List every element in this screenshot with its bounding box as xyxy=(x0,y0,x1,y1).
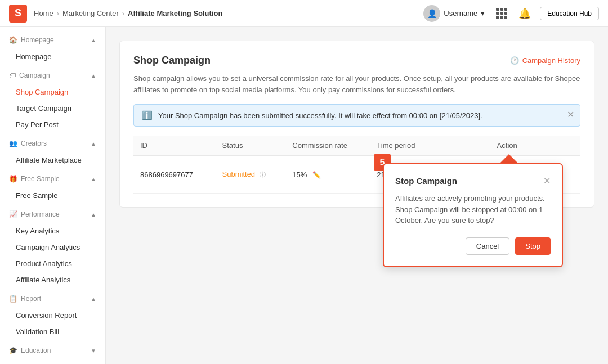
col-action: Action xyxy=(490,136,580,156)
sidebar-section-header-homepage[interactable]: 🏠Homepage ▲ xyxy=(0,32,105,48)
avatar: 👤 xyxy=(423,5,440,22)
username-label: Username xyxy=(444,9,477,17)
sidebar-section-header-creators[interactable]: 👥Creators ▲ xyxy=(0,135,105,152)
sidebar-section-homepage: 🏠Homepage ▲ Homepage xyxy=(0,32,105,65)
sidebar-item-homepage[interactable]: Homepage xyxy=(0,48,105,65)
sidebar-item-pay-per-post[interactable]: Pay Per Post xyxy=(0,116,105,133)
page-title: Shop Campaign xyxy=(133,55,211,66)
chevron-up-icon-free-sample: ▲ xyxy=(91,176,96,182)
sidebar-item-product-analytics[interactable]: Product Analytics xyxy=(0,255,105,272)
breadcrumb-current: Affiliate Marketing Solution xyxy=(128,9,222,17)
education-hub-button[interactable]: Education Hub xyxy=(540,7,599,20)
stop-campaign-dialog: Stop Campaign ✕ Affiliates are actively … xyxy=(383,163,563,267)
chevron-up-icon-performance: ▲ xyxy=(91,212,96,218)
status-badge: Submitted xyxy=(222,170,256,178)
sidebar-item-shop-campaign[interactable]: Shop Campaign xyxy=(0,84,105,100)
info-status-icon[interactable]: ⓘ xyxy=(260,171,266,178)
sidebar-item-conversion-report[interactable]: Conversion Report xyxy=(0,307,105,323)
sidebar: 🏠Homepage ▲ Homepage 🏷Campaign ▲ Shop Ca… xyxy=(0,27,106,364)
sidebar-section-creators: 👥Creators ▲ Affiliate Marketplace xyxy=(0,135,105,168)
sidebar-section-education: 🎓Education ▼ xyxy=(0,342,105,359)
col-status: Status xyxy=(216,136,286,156)
cancel-button[interactable]: Cancel xyxy=(466,237,509,255)
campaign-history-link[interactable]: 🕐 Campaign History xyxy=(510,56,580,65)
dialog-arrow xyxy=(500,154,518,163)
sidebar-section-report: 📋Report ▲ Conversion Report Validation B… xyxy=(0,290,105,340)
dialog-close-button[interactable]: ✕ xyxy=(543,176,551,186)
success-alert: ℹ️ Your Shop Campaign has been submitted… xyxy=(133,104,580,127)
chevron-down-icon-education: ▼ xyxy=(91,348,96,354)
sidebar-section-campaign: 🏷Campaign ▲ Shop Campaign Target Campaig… xyxy=(0,67,105,133)
stop-button[interactable]: Stop xyxy=(515,237,551,255)
cell-status: Submitted ⓘ xyxy=(216,156,286,194)
dialog-header: Stop Campaign ✕ xyxy=(395,176,551,186)
breadcrumb: Home › Marketing Center › Affiliate Mark… xyxy=(34,9,222,17)
sidebar-section-header-campaign[interactable]: 🏷Campaign ▲ xyxy=(0,67,105,84)
col-commission: Commission rate xyxy=(285,136,370,156)
sidebar-section-performance: 📈Performance ▲ Key Analytics Campaign An… xyxy=(0,206,105,288)
user-menu[interactable]: 👤 Username ▾ xyxy=(423,5,485,22)
sidebar-section-header-education[interactable]: 🎓Education ▼ xyxy=(0,342,105,359)
creators-section-icon: 👥 xyxy=(9,140,17,147)
alert-close-button[interactable]: ✕ xyxy=(567,109,574,120)
top-nav: S Home › Marketing Center › Affiliate Ma… xyxy=(0,0,608,27)
sidebar-section-header-report[interactable]: 📋Report ▲ xyxy=(0,290,105,307)
chevron-up-icon: ▲ xyxy=(91,37,96,43)
breadcrumb-marketing[interactable]: Marketing Center xyxy=(62,9,119,17)
sidebar-item-affiliate-marketplace[interactable]: Affiliate Marketplace xyxy=(0,152,105,168)
sidebar-item-free-sample[interactable]: Free Sample xyxy=(0,187,105,204)
education-section-icon: 🎓 xyxy=(9,347,17,354)
logo: S xyxy=(9,5,27,23)
dialog-footer: Cancel Stop xyxy=(395,237,551,255)
campaign-section-icon: 🏷 xyxy=(9,71,16,79)
cell-id: 8686969697677 xyxy=(133,156,216,194)
alert-text: Your Shop Campaign has been submitted su… xyxy=(158,111,572,120)
card-description: Shop campaign allows you to set a univer… xyxy=(133,73,580,95)
info-icon: ℹ️ xyxy=(142,110,153,120)
stop-dialog-wrapper: 5 Stop Campaign ✕ Affiliates are activel… xyxy=(383,163,563,267)
chevron-up-icon-creators: ▲ xyxy=(91,141,96,147)
dialog-body: Affiliates are actively promoting your p… xyxy=(395,193,551,226)
report-section-icon: 📋 xyxy=(9,295,17,303)
stop-dialog-content: Stop Campaign ✕ Affiliates are actively … xyxy=(384,164,562,266)
sidebar-item-affiliate-analytics[interactable]: Affiliate Analytics xyxy=(0,272,105,288)
sidebar-section-header-performance[interactable]: 📈Performance ▲ xyxy=(0,206,105,223)
sidebar-section-free-sample: 🎁Free Sample ▲ Free Sample xyxy=(0,170,105,204)
sidebar-section-header-free-sample[interactable]: 🎁Free Sample ▲ xyxy=(0,170,105,187)
sidebar-item-campaign-analytics[interactable]: Campaign Analytics xyxy=(0,239,105,255)
breadcrumb-home[interactable]: Home xyxy=(34,9,53,17)
top-nav-right: 👤 Username ▾ 🔔 Education Hub xyxy=(423,5,599,22)
sidebar-item-key-analytics[interactable]: Key Analytics xyxy=(0,223,105,239)
card-header: Shop Campaign 🕐 Campaign History xyxy=(133,55,580,66)
notification-icon[interactable]: 🔔 xyxy=(518,7,531,20)
clock-icon: 🕐 xyxy=(510,56,519,65)
edit-commission-icon[interactable]: ✏️ xyxy=(312,171,321,179)
col-time-period: Time period xyxy=(370,136,490,156)
sidebar-item-validation-bill[interactable]: Validation Bill xyxy=(0,323,105,340)
sidebar-item-target-campaign[interactable]: Target Campaign xyxy=(0,100,105,116)
dialog-title: Stop Campaign xyxy=(395,176,457,186)
performance-section-icon: 📈 xyxy=(9,210,17,218)
chevron-down-icon: ▾ xyxy=(481,9,485,17)
apps-icon[interactable] xyxy=(494,6,509,21)
col-id: ID xyxy=(133,136,216,156)
home-section-icon: 🏠 xyxy=(9,36,17,44)
chevron-up-icon-campaign: ▲ xyxy=(91,73,96,79)
free-sample-section-icon: 🎁 xyxy=(9,175,17,183)
cell-commission: 15% ✏️ xyxy=(285,156,370,194)
chevron-up-icon-report: ▲ xyxy=(91,296,96,302)
